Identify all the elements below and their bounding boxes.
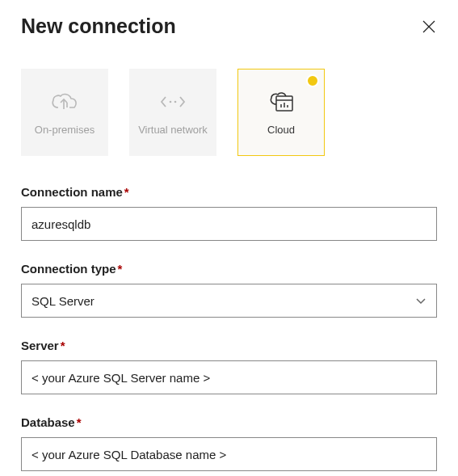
label-text: Database	[21, 415, 75, 429]
required-marker: *	[77, 415, 82, 429]
dialog-header: New connection	[21, 15, 437, 38]
cloud-report-icon	[267, 88, 296, 116]
label-text: Connection name	[21, 185, 123, 199]
selected-badge-icon	[306, 74, 319, 87]
tile-label: On-premises	[35, 124, 95, 137]
field-database: Database*	[21, 415, 437, 471]
label-text: Server	[21, 339, 59, 352]
server-input[interactable]	[21, 360, 437, 394]
tile-label: Virtual network	[138, 124, 208, 137]
connection-kind-tiles: On-premises Virtual network Cloud	[21, 69, 437, 156]
chevron-down-icon	[415, 295, 426, 306]
tile-label: Cloud	[267, 124, 295, 137]
connection-type-select[interactable]: SQL Server	[21, 284, 437, 318]
required-marker: *	[124, 185, 129, 199]
field-label: Database*	[21, 415, 437, 429]
tile-cloud[interactable]: Cloud	[237, 69, 325, 156]
required-marker: *	[118, 262, 123, 276]
close-icon	[421, 19, 437, 35]
select-value: SQL Server	[32, 294, 95, 308]
database-input[interactable]	[21, 437, 437, 471]
field-server: Server*	[21, 339, 437, 394]
required-marker: *	[61, 339, 65, 352]
label-text: Connection type	[21, 262, 116, 276]
field-label: Server*	[21, 339, 437, 352]
field-connection-name: Connection name*	[21, 185, 437, 241]
field-connection-type: Connection type* SQL Server	[21, 262, 437, 318]
cloud-sync-icon	[49, 88, 80, 116]
close-button[interactable]	[421, 19, 437, 35]
dialog-title: New connection	[21, 15, 176, 38]
field-label: Connection type*	[21, 262, 437, 276]
network-icon	[159, 88, 187, 116]
tile-on-premises[interactable]: On-premises	[21, 69, 108, 156]
connection-name-input[interactable]	[21, 207, 437, 241]
svg-point-2	[170, 101, 172, 103]
field-label: Connection name*	[21, 185, 437, 199]
svg-point-3	[174, 101, 177, 103]
tile-virtual-network[interactable]: Virtual network	[129, 69, 216, 156]
